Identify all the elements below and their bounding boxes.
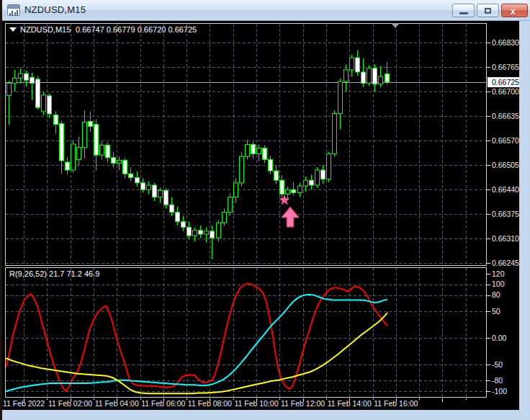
candle-bull: [286, 189, 290, 194]
restore-icon: [485, 8, 491, 14]
candle-bull: [217, 223, 221, 238]
candle-bear: [89, 122, 93, 127]
price-axis-label: 0.66375: [492, 210, 519, 218]
price-axis-label: 0.66700: [492, 87, 519, 96]
candle-bear: [280, 180, 284, 194]
candle-bull: [246, 144, 250, 156]
candle-bull: [7, 84, 12, 96]
time-axis-label: 11 Feb 14:00: [328, 399, 372, 408]
indicator-axis-label: -80: [492, 376, 503, 385]
candle-bull: [77, 148, 81, 160]
candle-bear: [66, 162, 70, 170]
candle-bear: [164, 190, 169, 205]
close-icon: x: [511, 6, 516, 17]
candle-bear: [310, 180, 314, 185]
indicator-axis-label: -100: [492, 387, 507, 396]
candle-bear: [129, 174, 133, 177]
candle-bear: [24, 73, 29, 80]
time-axis-label: 11 Feb 08:00: [188, 399, 232, 408]
candle-bull: [205, 231, 209, 234]
candle-bear: [361, 72, 366, 84]
candle-bull: [193, 231, 197, 236]
candle-bull: [327, 154, 331, 179]
indicator-label: R(9,26,52) 21.7 71.2 46.9: [9, 269, 99, 278]
candle-bull: [367, 68, 372, 84]
price-axis-label: 0.66245: [492, 259, 519, 267]
candle-bear: [170, 205, 174, 212]
candle-bear: [30, 77, 35, 83]
candle-bull: [42, 95, 46, 112]
price-axis-label: 0.66830: [492, 38, 519, 47]
close-button[interactable]: x: [501, 4, 528, 17]
price-axis-label: 0.66310: [492, 234, 519, 243]
indicator-axis-label: 80: [492, 290, 500, 299]
candle-bull: [83, 122, 87, 148]
time-axis-label: 11 Feb 16:00: [374, 399, 418, 408]
candle-bull: [158, 190, 163, 197]
chart-window-icon: [7, 4, 20, 16]
candle-bull: [100, 146, 104, 156]
chart-background: [2, 21, 519, 410]
candle-bear: [181, 222, 186, 228]
time-axis[interactable]: 11 Feb 202211 Feb 02:0011 Feb 04:0011 Fe…: [3, 398, 467, 408]
candle-bear: [106, 146, 110, 158]
indicator-axis-label: 100: [492, 280, 505, 288]
candle-bear: [123, 160, 127, 174]
time-axis-label: 11 Feb 06:00: [141, 399, 185, 408]
candle-bear: [274, 171, 279, 180]
indicator-axis-label: 0.00: [492, 334, 507, 342]
minimize-button[interactable]: [452, 4, 475, 17]
candle-bull: [71, 144, 76, 170]
time-axis-label: 11 Feb 04:00: [95, 399, 139, 408]
candle-bull: [304, 180, 308, 186]
price-chart-svg[interactable]: NZDUSD,M150.66747 0.66779 0.66720 0.6672…: [2, 21, 519, 410]
candle-bear: [269, 159, 273, 171]
candle-bull: [257, 148, 261, 154]
candle-bear: [94, 125, 99, 155]
candle-bear: [176, 213, 180, 222]
window-titlebar[interactable]: NZDUSD,M15 x: [2, 0, 530, 21]
price-axis-label: 0.66440: [492, 185, 519, 194]
candle-bear: [112, 158, 116, 164]
price-axis-label: 0.66570: [492, 136, 519, 145]
candle-bull: [298, 186, 302, 192]
candle-bull: [13, 78, 17, 83]
candle-bear: [48, 96, 52, 114]
candle-bull: [240, 156, 244, 183]
candle-bull: [379, 76, 383, 84]
candle-bull: [315, 170, 320, 185]
mt4-chart-window: { "window": { "title": "NZDUSD,M15", "co…: [0, 0, 530, 420]
minimize-icon: [459, 12, 468, 14]
candle-bear: [210, 231, 215, 238]
chart-client-area: NZDUSD,M150.66747 0.66779 0.66720 0.6672…: [2, 21, 519, 410]
window-title: NZDUSD,M15: [24, 4, 86, 15]
candle-bull: [228, 197, 233, 213]
candle-bear: [385, 74, 390, 83]
price-axis-label: 0.66505: [492, 161, 519, 169]
price-axis-label: 0.66765: [492, 63, 519, 71]
candle-bull: [350, 58, 354, 70]
candle-bull: [117, 160, 122, 163]
indicator-axis-label: -50: [492, 360, 503, 369]
candle-bear: [141, 183, 145, 189]
indicator-axis-label: 50: [492, 307, 500, 316]
current-price-value: 0.66725: [492, 78, 519, 86]
candle-bull: [333, 114, 337, 154]
candle-bull: [344, 70, 349, 81]
candle-bear: [153, 185, 157, 197]
candle-bull: [234, 183, 238, 197]
restore-button[interactable]: [477, 4, 499, 17]
candle-bear: [321, 170, 325, 179]
candle-bear: [36, 79, 40, 107]
candle-bear: [187, 228, 192, 236]
time-axis-label: 11 Feb 02:00: [48, 399, 92, 408]
chart-header: NZDUSD,M150.66747 0.66779 0.66720 0.6672…: [9, 25, 197, 34]
candle-bull: [338, 81, 343, 113]
candle-bear: [251, 144, 256, 153]
candle-bear: [292, 189, 296, 192]
time-axis-label: 11 Feb 10:00: [234, 399, 278, 408]
candle-bear: [199, 231, 203, 234]
indicator-axis-label: 120: [492, 269, 505, 278]
candle-bear: [356, 58, 360, 72]
price-axis-label: 0.66635: [492, 112, 519, 120]
